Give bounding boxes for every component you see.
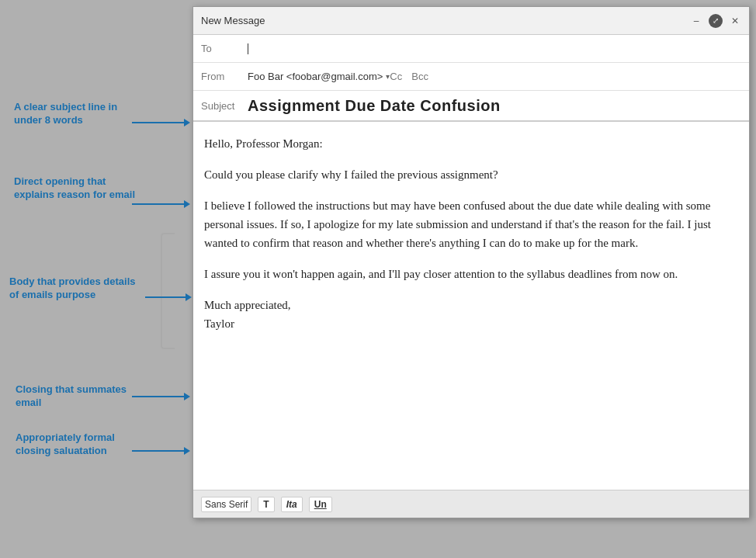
annotation-formal-closing: Appropriately formal closing saluatation [16, 431, 144, 458]
maximize-button[interactable]: ⤢ [709, 14, 723, 28]
underline-button[interactable]: Un [309, 497, 332, 512]
closing-line: Much appreciated, Taylor [204, 296, 738, 333]
from-field-row: From Foo Bar <foobar@gmail.com> ▾ Cc Bcc [193, 63, 749, 91]
subject-input[interactable]: Assignment Due Date Confusion [248, 97, 501, 115]
annotation-closing: Closing that summates email [16, 383, 140, 410]
greeting: Hello, Professor Morgan: [204, 134, 738, 153]
paragraph2: I believe I followed the instructions bu… [204, 196, 738, 252]
annotation-direct-opening: Direct opening that explains reason for … [14, 175, 142, 202]
body-bracket [161, 233, 175, 349]
arrow-formal-closing [132, 450, 190, 452]
cc-label[interactable]: Cc [390, 71, 402, 82]
minimize-button[interactable]: – [690, 15, 702, 27]
window-title: New Message [201, 15, 265, 26]
paragraph3: I assure you it won't happen again, and … [204, 265, 738, 283]
from-label: From [201, 71, 248, 82]
italic-button[interactable]: Ita [281, 497, 303, 512]
subject-row: Subject Assignment Due Date Confusion [193, 91, 749, 122]
arrow-body [145, 296, 192, 298]
to-label: To [201, 43, 248, 54]
paragraph1: Could you please clarify why I failed th… [204, 165, 738, 184]
closing-text: Much appreciated, [204, 299, 291, 311]
to-input[interactable] [248, 43, 741, 55]
to-field-row: To [193, 35, 749, 63]
title-bar: New Message – ⤢ ✕ [193, 7, 749, 35]
email-body[interactable]: Hello, Professor Morgan: Could you pleas… [193, 122, 749, 358]
cc-bcc-area: Cc Bcc [390, 71, 428, 82]
annotation-subject-line: A clear subject line in under 8 words [14, 101, 142, 127]
email-toolbar: Sans Serif T Ita Un [193, 490, 749, 518]
from-value[interactable]: Foo Bar <foobar@gmail.com> ▾ [248, 71, 390, 82]
annotation-body: Body that provides details of emails pur… [9, 276, 145, 302]
from-address: Foo Bar <foobar@gmail.com> [248, 71, 383, 82]
subject-label: Subject [201, 100, 248, 112]
bcc-label[interactable]: Bcc [411, 71, 428, 82]
bold-button[interactable]: T [258, 497, 274, 512]
close-button[interactable]: ✕ [729, 15, 741, 27]
arrow-direct-opening [132, 203, 190, 205]
window-controls: – ⤢ ✕ [690, 14, 741, 28]
arrow-subject [132, 122, 190, 123]
email-compose-window: New Message – ⤢ ✕ To From Foo Bar <fooba… [192, 6, 750, 518]
arrow-closing [132, 396, 190, 397]
font-selector[interactable]: Sans Serif [201, 497, 251, 512]
signature-text: Taylor [204, 317, 234, 330]
